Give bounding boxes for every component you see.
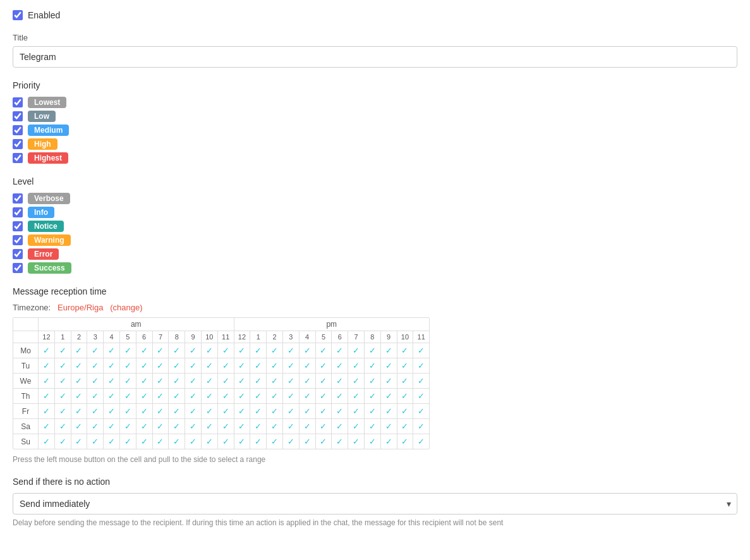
time-cell[interactable]: ✓ xyxy=(413,343,429,358)
time-cell[interactable]: ✓ xyxy=(397,404,414,418)
time-cell[interactable]: ✓ xyxy=(39,343,55,358)
time-cell[interactable]: ✓ xyxy=(87,434,104,449)
time-cell[interactable]: ✓ xyxy=(185,419,202,434)
time-cell[interactable]: ✓ xyxy=(136,374,153,388)
send-select[interactable]: Send immediatelyAfter 1 minuteAfter 5 mi… xyxy=(13,493,737,514)
time-cell[interactable]: ✓ xyxy=(365,374,381,388)
time-cell[interactable]: ✓ xyxy=(332,404,348,418)
time-cell[interactable]: ✓ xyxy=(202,419,218,434)
time-cell[interactable]: ✓ xyxy=(104,404,120,418)
time-cell[interactable]: ✓ xyxy=(348,389,365,403)
time-cell[interactable]: ✓ xyxy=(55,343,71,358)
time-cell[interactable]: ✓ xyxy=(87,389,104,403)
time-cell[interactable]: ✓ xyxy=(365,404,381,418)
time-cell[interactable]: ✓ xyxy=(120,343,136,358)
time-cell[interactable]: ✓ xyxy=(104,419,120,434)
time-cell[interactable]: ✓ xyxy=(283,434,299,449)
time-cell[interactable]: ✓ xyxy=(55,358,71,373)
time-cell[interactable]: ✓ xyxy=(218,419,234,434)
time-cell[interactable]: ✓ xyxy=(55,434,71,449)
time-cell[interactable]: ✓ xyxy=(299,419,316,434)
level-checkbox-error[interactable] xyxy=(13,249,23,259)
time-cell[interactable]: ✓ xyxy=(153,374,169,388)
time-cell[interactable]: ✓ xyxy=(185,389,202,403)
time-cell[interactable]: ✓ xyxy=(283,404,299,418)
time-cell[interactable]: ✓ xyxy=(299,343,316,358)
time-cell[interactable]: ✓ xyxy=(136,434,153,449)
priority-checkbox-medium[interactable] xyxy=(13,125,23,135)
time-cell[interactable]: ✓ xyxy=(332,343,348,358)
time-cell[interactable]: ✓ xyxy=(299,374,316,388)
time-cell[interactable]: ✓ xyxy=(104,389,120,403)
time-cell[interactable]: ✓ xyxy=(202,434,218,449)
level-checkbox-success[interactable] xyxy=(13,263,23,273)
time-cell[interactable]: ✓ xyxy=(120,434,136,449)
level-checkbox-notice[interactable] xyxy=(13,221,23,231)
time-cell[interactable]: ✓ xyxy=(39,404,55,418)
time-cell[interactable]: ✓ xyxy=(267,404,283,418)
time-cell[interactable]: ✓ xyxy=(169,434,185,449)
time-cell[interactable]: ✓ xyxy=(316,343,332,358)
time-cell[interactable]: ✓ xyxy=(397,389,414,403)
time-cell[interactable]: ✓ xyxy=(250,419,267,434)
time-cell[interactable]: ✓ xyxy=(365,434,381,449)
time-cell[interactable]: ✓ xyxy=(413,374,429,388)
time-cell[interactable]: ✓ xyxy=(71,434,88,449)
enabled-checkbox[interactable] xyxy=(13,10,23,20)
time-cell[interactable]: ✓ xyxy=(169,389,185,403)
time-cell[interactable]: ✓ xyxy=(71,343,88,358)
time-cell[interactable]: ✓ xyxy=(332,389,348,403)
time-cell[interactable]: ✓ xyxy=(250,404,267,418)
time-cell[interactable]: ✓ xyxy=(87,374,104,388)
priority-checkbox-lowest[interactable] xyxy=(13,97,23,107)
time-cell[interactable]: ✓ xyxy=(87,404,104,418)
level-checkbox-verbose[interactable] xyxy=(13,193,23,204)
time-cell[interactable]: ✓ xyxy=(316,389,332,403)
timezone-change[interactable]: (change) xyxy=(110,303,142,312)
time-cell[interactable]: ✓ xyxy=(381,389,397,403)
time-cell[interactable]: ✓ xyxy=(202,358,218,373)
time-cell[interactable]: ✓ xyxy=(169,419,185,434)
time-cell[interactable]: ✓ xyxy=(234,358,251,373)
time-cell[interactable]: ✓ xyxy=(348,434,365,449)
time-cell[interactable]: ✓ xyxy=(55,419,71,434)
time-cell[interactable]: ✓ xyxy=(381,358,397,373)
time-cell[interactable]: ✓ xyxy=(397,343,414,358)
time-cell[interactable]: ✓ xyxy=(120,404,136,418)
time-cell[interactable]: ✓ xyxy=(153,358,169,373)
time-cell[interactable]: ✓ xyxy=(87,343,104,358)
time-cell[interactable]: ✓ xyxy=(299,434,316,449)
time-cell[interactable]: ✓ xyxy=(153,343,169,358)
time-cell[interactable]: ✓ xyxy=(332,419,348,434)
time-cell[interactable]: ✓ xyxy=(136,358,153,373)
time-cell[interactable]: ✓ xyxy=(267,343,283,358)
time-cell[interactable]: ✓ xyxy=(104,374,120,388)
time-cell[interactable]: ✓ xyxy=(234,404,251,418)
time-cell[interactable]: ✓ xyxy=(55,374,71,388)
time-cell[interactable]: ✓ xyxy=(55,389,71,403)
time-cell[interactable]: ✓ xyxy=(299,404,316,418)
time-cell[interactable]: ✓ xyxy=(202,343,218,358)
time-cell[interactable]: ✓ xyxy=(397,419,414,434)
time-cell[interactable]: ✓ xyxy=(87,358,104,373)
time-cell[interactable]: ✓ xyxy=(381,419,397,434)
time-cell[interactable]: ✓ xyxy=(267,389,283,403)
time-cell[interactable]: ✓ xyxy=(234,374,251,388)
time-cell[interactable]: ✓ xyxy=(348,404,365,418)
time-cell[interactable]: ✓ xyxy=(316,434,332,449)
time-cell[interactable]: ✓ xyxy=(39,389,55,403)
time-cell[interactable]: ✓ xyxy=(39,374,55,388)
time-cell[interactable]: ✓ xyxy=(153,434,169,449)
time-cell[interactable]: ✓ xyxy=(71,419,88,434)
time-cell[interactable]: ✓ xyxy=(348,358,365,373)
time-cell[interactable]: ✓ xyxy=(381,434,397,449)
time-cell[interactable]: ✓ xyxy=(71,404,88,418)
time-cell[interactable]: ✓ xyxy=(185,434,202,449)
time-cell[interactable]: ✓ xyxy=(381,404,397,418)
time-cell[interactable]: ✓ xyxy=(39,434,55,449)
time-cell[interactable]: ✓ xyxy=(120,389,136,403)
time-cell[interactable]: ✓ xyxy=(120,374,136,388)
time-cell[interactable]: ✓ xyxy=(185,404,202,418)
time-cell[interactable]: ✓ xyxy=(218,389,234,403)
time-cell[interactable]: ✓ xyxy=(250,389,267,403)
